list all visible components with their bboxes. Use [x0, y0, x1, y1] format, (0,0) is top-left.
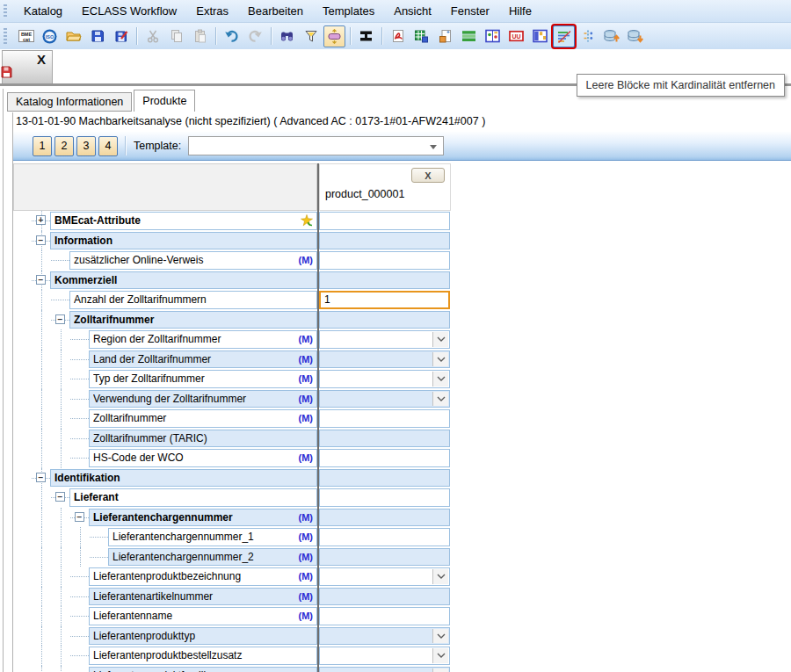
attribute-label-cell[interactable]: Lieferantenartikelnummer(M) — [89, 588, 317, 606]
table-columns-icon[interactable] — [529, 25, 551, 47]
attribute-label-cell[interactable]: Land der Zolltarifnummer(M) — [89, 350, 317, 369]
value-cell-zolltarifnummer[interactable] — [319, 409, 450, 428]
save-icon[interactable] — [86, 25, 108, 47]
chevron-down-icon[interactable] — [432, 629, 448, 644]
attribute-label: Zolltarifnummer (TARIC) — [93, 432, 313, 444]
attribute-label-cell[interactable]: Lieferant — [69, 488, 317, 507]
attribute-label-cell[interactable]: Anzahl der Zolltarifnummern — [69, 291, 317, 309]
db-upload-icon[interactable] — [600, 25, 622, 47]
iso-logo-icon[interactable]: ISO — [39, 25, 61, 47]
chevron-down-icon[interactable] — [432, 569, 448, 584]
menu-item-katalog[interactable]: Katalog — [14, 1, 72, 21]
chevron-down-icon[interactable] — [432, 372, 448, 387]
filter-icon[interactable] — [300, 25, 322, 47]
attribute-label-cell[interactable]: Zolltarifnummer — [69, 311, 317, 329]
attribute-label-cell[interactable]: Lieferantenproduktfamilie — [89, 667, 317, 672]
save-as-icon[interactable] — [110, 25, 132, 47]
copy-icon[interactable] — [165, 25, 187, 47]
chevron-down-icon[interactable] — [432, 668, 448, 672]
unit-check-icon[interactable]: UU — [505, 25, 527, 47]
clamp-tool-icon[interactable] — [355, 25, 377, 47]
collapse-icon[interactable]: − — [36, 473, 46, 482]
value-cell-zus-tzlicher-online-verweis[interactable] — [319, 251, 450, 270]
attribute-label-cell[interactable]: Region der Zolltarifnummer(M) — [89, 330, 317, 349]
tab-produkte[interactable]: Produkte — [134, 90, 195, 112]
attribute-label-cell[interactable]: Information — [50, 232, 317, 250]
chevron-down-icon[interactable] — [432, 392, 448, 407]
product-column-header[interactable]: X product_000001 — [319, 163, 451, 211]
menu-item-hilfe[interactable]: Hilfe — [499, 1, 541, 21]
attribute-label-cell[interactable]: Lieferantenchargennummer_2(M) — [108, 548, 317, 567]
value-cell-lieferantenchargennummer-2[interactable] — [319, 548, 450, 567]
menu-item-bearbeiten[interactable]: Bearbeiten — [238, 1, 313, 21]
value-cell-lieferantenartikelnummer[interactable] — [319, 588, 450, 606]
value-cell-verwendung-der-zolltarifnummer[interactable] — [319, 390, 450, 408]
attribute-label-cell[interactable]: Typ der Zolltarifnummer(M) — [89, 370, 317, 388]
template-select[interactable] — [188, 136, 444, 155]
value-cell-lieferantenproduktbezeichnung[interactable] — [319, 567, 450, 586]
collapse-icon[interactable]: − — [75, 512, 84, 522]
bmecat-logo-icon[interactable]: BMEcat — [15, 25, 37, 47]
value-cell-lieferantenprodukttyp[interactable] — [319, 627, 450, 646]
page-button-4[interactable]: 4 — [98, 136, 118, 156]
value-cell-hs-code-der-wco[interactable] — [319, 449, 450, 467]
table-values-icon[interactable] — [482, 25, 504, 47]
attribute-label-cell[interactable]: Lieferantenproduktbestellzusatz — [89, 647, 317, 665]
attribute-label-cell[interactable]: BMEcat-Attribute — [50, 212, 317, 230]
redo-icon[interactable] — [244, 25, 266, 47]
attribute-label-cell[interactable]: Lieferantenname(M) — [89, 607, 317, 625]
chevron-down-icon[interactable] — [432, 648, 448, 663]
menu-item-ansicht[interactable]: Ansicht — [384, 1, 441, 21]
attribute-label-cell[interactable]: HS-Code der WCO(M) — [89, 449, 317, 467]
table-rows-icon[interactable] — [458, 25, 480, 47]
cardinality-split-icon[interactable] — [577, 25, 599, 47]
tab-katalog-informationen[interactable]: Katalog Informationen — [7, 92, 132, 112]
value-cell-region-der-zolltarifnummer[interactable] — [319, 330, 450, 349]
collapse-icon[interactable]: − — [55, 492, 65, 502]
value-cell-anzahl-der-zolltarifnummern[interactable]: 1 — [319, 291, 450, 309]
export-page-icon[interactable] — [434, 25, 456, 47]
link-blocks-icon[interactable] — [323, 25, 345, 47]
value-cell-lieferantenproduktbestellzusatz[interactable] — [319, 647, 450, 665]
expand-icon[interactable]: + — [36, 215, 46, 225]
chevron-down-icon[interactable] — [430, 145, 437, 149]
collapse-icon[interactable]: − — [55, 314, 65, 324]
value-cell-typ-der-zolltarifnummer[interactable] — [319, 370, 450, 388]
attribute-label-cell[interactable]: Lieferantenprodukttyp — [89, 627, 317, 646]
attribute-label-cell[interactable]: Kommerziell — [50, 271, 317, 290]
db-download-icon[interactable] — [624, 25, 646, 47]
menu-item-extras[interactable]: Extras — [186, 1, 238, 21]
remove-product-column-button[interactable]: X — [411, 168, 445, 183]
excel-export-icon[interactable] — [410, 25, 432, 47]
collapse-icon[interactable]: − — [36, 235, 46, 245]
value-cell-lieferantenproduktfamilie[interactable] — [319, 667, 450, 672]
collapse-icon[interactable]: − — [36, 275, 46, 285]
remove-empty-blocks-icon[interactable] — [553, 25, 575, 47]
value-cell-lieferantenchargennummer-1[interactable] — [319, 528, 450, 546]
attribute-label-cell[interactable]: Zolltarifnummer (TARIC) — [89, 430, 317, 448]
menu-item-fenster[interactable]: Fenster — [441, 1, 499, 21]
paste-icon[interactable] — [189, 25, 211, 47]
search-icon[interactable] — [276, 25, 298, 47]
chevron-down-icon[interactable] — [432, 332, 448, 347]
pdf-export-icon[interactable] — [387, 25, 409, 47]
attribute-label-cell[interactable]: Lieferantenchargennummer(M) — [89, 509, 317, 527]
page-button-1[interactable]: 1 — [33, 136, 52, 156]
page-button-2[interactable]: 2 — [54, 136, 74, 156]
open-catalog-icon[interactable] — [62, 25, 84, 47]
cut-icon[interactable] — [142, 25, 163, 47]
menu-item-templates[interactable]: Templates — [313, 1, 384, 21]
undo-icon[interactable] — [221, 25, 243, 47]
attribute-label-cell[interactable]: Verwendung der Zolltarifnummer(M) — [89, 390, 317, 408]
attribute-label-cell[interactable]: zusätzlicher Online-Verweis(M) — [69, 251, 317, 270]
attribute-label-cell[interactable]: Lieferantenchargennummer_1(M) — [108, 528, 317, 546]
chevron-down-icon[interactable] — [432, 352, 448, 367]
attribute-label-cell[interactable]: Lieferantenproduktbezeichnung(M) — [89, 567, 317, 586]
menu-item-eclass-workflow[interactable]: ECLASS Workflow — [72, 1, 186, 21]
value-cell-land-der-zolltarifnummer[interactable] — [319, 350, 450, 369]
value-cell-lieferantenname[interactable] — [319, 607, 450, 625]
attribute-label-cell[interactable]: Zolltarifnummer(M) — [89, 409, 317, 428]
attribute-label-cell[interactable]: Identifikation — [50, 469, 317, 488]
close-document-icon[interactable]: X — [37, 52, 46, 67]
page-button-3[interactable]: 3 — [76, 136, 96, 156]
